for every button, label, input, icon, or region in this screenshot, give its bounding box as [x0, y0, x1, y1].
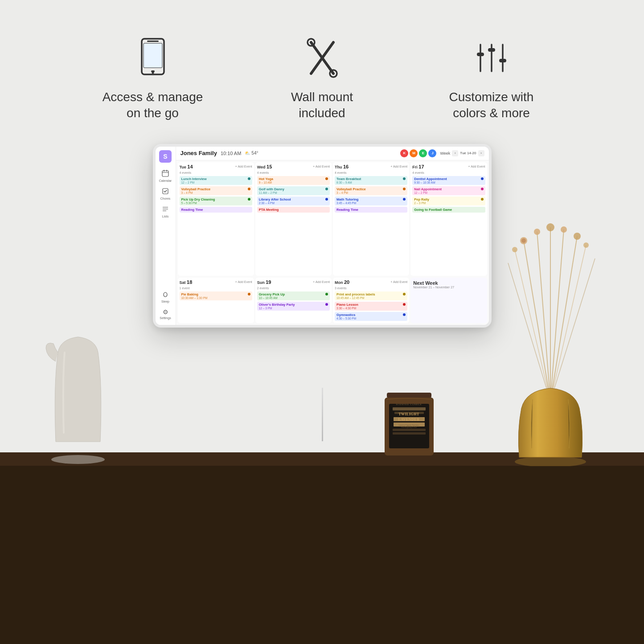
calendar-grid-row1: Tue 14 + Add Event 4 events Lunch Interv…	[176, 160, 489, 278]
feature-mobile: Access & manageon the go	[95, 36, 211, 122]
add-event-wed15[interactable]: + Add Event	[313, 165, 330, 168]
day-header-fri17: Fri 17 + Add Event	[412, 164, 485, 169]
event-grocery[interactable]: Grocery Pick Up 10 – 10:45 AM	[257, 291, 330, 300]
event-golf-danny[interactable]: Golf with Danny 11 AM – 2 PM	[257, 186, 330, 195]
svg-point-4	[152, 72, 154, 74]
event-print-labels[interactable]: Print and process labels 10:45 AM – 12:4…	[335, 291, 407, 300]
tools-icon	[300, 36, 345, 80]
svg-rect-13	[488, 48, 495, 52]
day-mon20: Mon 20 + Add Event 3 events Print and pr…	[333, 278, 409, 323]
calendar-app: S Calendar	[156, 147, 489, 325]
day-header-thu16: Thu 16 + Add Event	[335, 164, 407, 169]
event-pep-rally[interactable]: Pep Rally 2 – 3 PM	[412, 197, 485, 205]
feature-wallmount: Wall mountincluded	[264, 36, 380, 122]
day-header-sun19: Sun 19 + Add Event	[257, 279, 330, 285]
svg-point-41	[515, 456, 586, 466]
svg-point-34	[521, 238, 526, 243]
feature-mobile-text: Access & manageon the go	[103, 89, 203, 122]
add-event-sat18[interactable]: + Add Event	[235, 280, 252, 283]
add-event-tue14[interactable]: + Add Event	[235, 165, 252, 168]
avatar-k: K	[400, 149, 408, 157]
feature-wallmount-text: Wall mountincluded	[291, 89, 353, 122]
sidebar-item-calendar[interactable]: Calendar	[156, 168, 174, 184]
feature-customize-text: Customize withcolors & more	[449, 89, 534, 122]
avatar-group: K M E J	[400, 149, 436, 157]
family-name: Jones Family	[180, 150, 217, 156]
event-lunch-interview[interactable]: Lunch Interview 12 – 2 PM	[180, 176, 252, 185]
svg-rect-42	[387, 393, 431, 398]
add-event-sun19[interactable]: + Add Event	[313, 280, 330, 283]
sidebar-item-settings[interactable]: ⚙ Settings	[156, 307, 174, 321]
large-vase	[501, 364, 599, 468]
weather-icon: ⛅	[245, 151, 250, 156]
svg-point-35	[534, 229, 540, 235]
event-piano-lesson[interactable]: Piano Lesson 3:30 – 4:30 PM	[335, 302, 407, 311]
next-week-dates: November 21 – November 27	[413, 286, 484, 289]
day-num-18: 18	[187, 279, 192, 285]
sidebar-item-sleep[interactable]: Sleep	[156, 290, 174, 305]
day-name-wed: Wed	[257, 165, 267, 169]
sidebar-sleep-label: Sleep	[161, 300, 169, 303]
event-pta[interactable]: PTA Meeting	[257, 207, 330, 213]
lists-icon	[162, 205, 169, 214]
day-name-sat: Sat	[180, 280, 187, 285]
main-content: Jones Family 10:10 AM ⛅ 54° K M E J	[176, 147, 489, 325]
customize-icon	[469, 36, 514, 80]
day-sun19: Sun 19 + Add Event 2 events Grocery Pick…	[255, 278, 332, 323]
date-range: Tue 14-20	[460, 151, 476, 155]
device-cable	[322, 388, 323, 441]
prev-week-btn[interactable]: ‹	[452, 150, 458, 156]
day-name-thu: Thu	[335, 165, 343, 169]
sidebar-lists-label: Lists	[162, 215, 168, 218]
event-count-wed15: 4 events	[257, 171, 330, 174]
event-gymnastics[interactable]: Gymnastics 4:30 – 5:30 PM	[335, 312, 407, 321]
sidebar-item-chores[interactable]: Chores	[156, 186, 174, 202]
next-week-section: Next Week November 21 – November 27	[410, 278, 487, 323]
sidebar-item-lists[interactable]: Lists	[156, 204, 174, 220]
event-birthday-party[interactable]: Oliver's Birthday Party 12 – 3 PM	[257, 302, 330, 311]
svg-rect-50	[393, 432, 426, 435]
day-sat18: Sat 18 + Add Event 1 event Pie Baking 10…	[178, 278, 254, 323]
event-pie-baking[interactable]: Pie Baking 10:30 AM – 1:30 PM	[180, 291, 252, 300]
event-volleyball-thu[interactable]: Volleyball Practice 3 – 4 PM	[335, 186, 407, 195]
day-num-19: 19	[266, 279, 271, 285]
svg-rect-12	[477, 53, 484, 56]
avatar-e: E	[419, 149, 427, 157]
day-num-15: 15	[267, 164, 272, 169]
svg-rect-1	[147, 41, 159, 42]
add-event-mon20[interactable]: + Add Event	[390, 280, 407, 283]
day-name-sun: Sun	[257, 280, 266, 285]
svg-rect-14	[499, 59, 506, 62]
svg-rect-15	[162, 171, 168, 176]
event-count-mon20: 3 events	[335, 287, 407, 290]
event-dentist[interactable]: Dentist Appointment 9:30 – 10:30 AM	[412, 176, 485, 185]
event-reading-thu[interactable]: Reading Time	[335, 207, 407, 213]
day-name-tue: Tue	[180, 165, 188, 169]
app-logo: S	[159, 150, 172, 163]
next-week-btn[interactable]: ›	[478, 150, 484, 156]
event-count-fri17: 4 events	[412, 171, 485, 174]
chores-icon	[162, 188, 169, 196]
mobile-icon	[131, 36, 175, 80]
avatar-m: M	[410, 149, 418, 157]
candle-jar: SCENTED CANDLE LOVE. EVERYTHING IN LIFE.…	[380, 390, 438, 464]
features-section: Access & manageon the go Wall mountinclu…	[0, 0, 644, 139]
day-header-tue14: Tue 14 + Add Event	[180, 164, 252, 169]
event-count-thu16: 4 events	[335, 171, 407, 174]
day-tue14: Tue 14 + Add Event 4 events Lunch Interv…	[178, 162, 254, 276]
event-math-tutoring[interactable]: Math Tutoring 3:45 – 4:45 PM	[335, 197, 407, 205]
event-football-game[interactable]: Going to Football Game	[412, 207, 485, 213]
event-reading-tue[interactable]: Reading Time	[180, 207, 252, 213]
event-volleyball-tue[interactable]: Volleyball Practice 3 – 4 PM	[180, 186, 252, 195]
event-dry-cleaning[interactable]: Pick Up Dry Cleaning 5 – 5:30 PM	[180, 197, 252, 205]
event-nail[interactable]: Nail Appointment 12 – 2 PM	[412, 186, 485, 195]
event-hot-yoga[interactable]: Hot Yoga 9 – 10 AM	[257, 176, 330, 185]
add-event-fri17[interactable]: + Add Event	[468, 165, 485, 168]
svg-point-23	[51, 455, 105, 464]
add-event-thu16[interactable]: + Add Event	[390, 165, 407, 168]
sidebar-chores-label: Chores	[160, 197, 171, 200]
event-library[interactable]: Library After School 2:30 – 4 PM	[257, 197, 330, 205]
device-frame: S Calendar	[153, 144, 492, 328]
event-team-breakfast[interactable]: Team Breakfast 8:30 – 9 AM	[335, 176, 407, 185]
day-header-mon20: Mon 20 + Add Event	[335, 279, 407, 285]
